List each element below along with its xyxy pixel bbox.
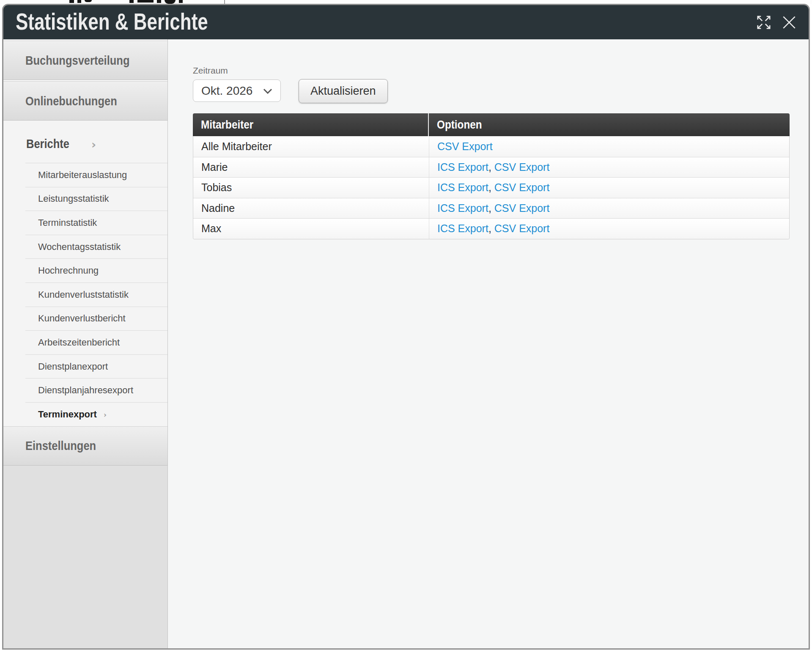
sidebar-item-label: Dienstplanjahresexport (38, 385, 133, 396)
background-text-fragment (129, 0, 134, 3)
table-row-max: MaxICS Export, CSV Export (193, 218, 789, 239)
sidebar-item-terminexport[interactable]: Terminexport› (25, 402, 167, 426)
mitarbeiter-cell: Marie (193, 157, 429, 178)
background-text-fragment (77, 0, 81, 3)
statistics-reports-modal: Statistiken & Berichte Buchungsverteilun… (2, 4, 810, 650)
background-text-fragment (69, 0, 74, 3)
sidebar-item-label: Arbeitszeitenbericht (38, 337, 120, 348)
sidebar-item-label: Leistungsstatistik (38, 193, 109, 204)
sidebar-item-label: Mitarbeiterauslastung (38, 170, 127, 181)
export-table: Mitarbeiter Optionen Alle MitarbeiterCSV… (193, 113, 790, 239)
background-text-fragment (85, 0, 92, 2)
sidebar-section-buchungsverteilung[interactable]: Buchungsverteilung (3, 41, 167, 80)
table-row-tobias: TobiasICS Export, CSV Export (193, 177, 789, 198)
column-header-mitarbeiter: Mitarbeiter (193, 113, 429, 136)
background-text-fragment (165, 0, 176, 4)
chevron-right-icon: › (91, 138, 96, 151)
modal-titlebar: Statistiken & Berichte (3, 5, 809, 39)
table-body: Alle MitarbeiterCSV ExportMarieICS Expor… (193, 136, 790, 239)
optionen-cell: ICS Export, CSV Export (429, 219, 789, 239)
optionen-cell: ICS Export, CSV Export (429, 198, 789, 219)
optionen-cell: ICS Export, CSV Export (429, 178, 789, 198)
expand-icon[interactable] (755, 14, 772, 31)
table-row-nadine: NadineICS Export, CSV Export (193, 198, 789, 219)
ics-export-link[interactable]: ICS Export (437, 181, 488, 194)
section-label: Einstellungen (25, 439, 96, 453)
sidebar-filler (3, 466, 167, 648)
sidebar-item-label: Dienstplanexport (38, 361, 108, 372)
table-header-row: Mitarbeiter Optionen (193, 113, 790, 136)
csv-export-link[interactable]: CSV Export (437, 140, 493, 153)
section-label: Buchungsverteilung (25, 53, 130, 68)
optionen-cell: CSV Export (429, 136, 789, 157)
section-label: Onlinebuchungen (25, 94, 117, 108)
sidebar-section-berichte[interactable]: Berichte › (3, 121, 167, 163)
sidebar-item-arbeitszeitenbericht[interactable]: Arbeitszeitenbericht (25, 330, 167, 354)
sidebar-item-label: Kundenverluststatistik (38, 289, 129, 300)
column-header-optionen: Optionen (429, 113, 790, 136)
main-content: Zeitraum Okt. 2026 Aktualisieren Mitarbe… (168, 39, 809, 648)
section-label: Berichte (26, 137, 69, 151)
ics-export-link[interactable]: ICS Export (437, 202, 488, 214)
sidebar-item-leistungsstatistik[interactable]: Leistungsstatistik (25, 187, 167, 211)
mitarbeiter-cell: Tobias (193, 178, 429, 198)
ics-export-link[interactable]: ICS Export (437, 222, 488, 235)
ics-export-link[interactable]: ICS Export (437, 161, 488, 173)
sidebar-item-kundenverluststatistik[interactable]: Kundenverluststatistik (25, 282, 167, 307)
csv-export-link[interactable]: CSV Export (494, 181, 550, 194)
sidebar-item-label: Terminexport (38, 409, 97, 420)
titlebar-icons (755, 14, 798, 31)
mitarbeiter-cell: Alle Mitarbeiter (193, 136, 429, 157)
sidebar: Buchungsverteilung Onlinebuchungen Beric… (3, 39, 168, 648)
background-text-fragment (137, 0, 154, 3)
period-select[interactable]: Okt. 2026 (193, 80, 281, 102)
chevron-down-icon (263, 88, 272, 94)
sidebar-item-dienstplanexport[interactable]: Dienstplanexport (25, 354, 167, 378)
sidebar-item-terminstatistik[interactable]: Terminstatistik (25, 211, 167, 235)
csv-export-link[interactable]: CSV Export (494, 222, 550, 235)
controls-row: Okt. 2026 Aktualisieren (193, 80, 809, 103)
sidebar-item-label: Terminstatistik (38, 217, 97, 228)
modal-body: Buchungsverteilung Onlinebuchungen Beric… (3, 39, 809, 648)
sidebar-item-label: Wochentagsstatistik (38, 241, 121, 252)
sidebar-item-mitarbeiterauslastung[interactable]: Mitarbeiterauslastung (25, 163, 167, 187)
period-select-value: Okt. 2026 (201, 84, 252, 98)
csv-export-link[interactable]: CSV Export (494, 161, 550, 173)
berichte-list: MitarbeiterauslastungLeistungsstatistikT… (25, 163, 167, 426)
page-title: Statistiken & Berichte (16, 8, 208, 35)
sidebar-item-hochrechnung[interactable]: Hochrechnung (25, 258, 167, 282)
optionen-cell: ICS Export, CSV Export (429, 157, 789, 178)
sidebar-item-kundenverlustbericht[interactable]: Kundenverlustbericht (25, 307, 167, 331)
sidebar-section-onlinebuchungen[interactable]: Onlinebuchungen (3, 81, 167, 121)
sidebar-item-label: Kundenverlustbericht (38, 313, 126, 324)
table-row-marie: MarieICS Export, CSV Export (193, 157, 789, 178)
sidebar-item-wochentagsstatistik[interactable]: Wochentagsstatistik (25, 235, 167, 259)
table-row-alle-mitarbeiter: Alle MitarbeiterCSV Export (193, 136, 789, 157)
sidebar-section-einstellungen[interactable]: Einstellungen (3, 426, 167, 466)
sidebar-item-dienstplanjahresexport[interactable]: Dienstplanjahresexport (25, 378, 167, 402)
chevron-right-icon: › (104, 411, 107, 419)
background-text-fragment (157, 0, 161, 3)
zeitraum-label: Zeitraum (193, 66, 809, 76)
background-text-fragment (179, 0, 183, 3)
sidebar-item-label: Hochrechnung (38, 265, 99, 276)
mitarbeiter-cell: Max (193, 219, 429, 239)
mitarbeiter-cell: Nadine (193, 198, 429, 219)
background-divider (224, 0, 225, 4)
csv-export-link[interactable]: CSV Export (494, 202, 550, 214)
aktualisieren-button[interactable]: Aktualisieren (299, 79, 388, 103)
screen: { "colors": { "link": "#1e8ed3", "titleb… (0, 0, 812, 650)
close-icon[interactable] (781, 14, 798, 31)
